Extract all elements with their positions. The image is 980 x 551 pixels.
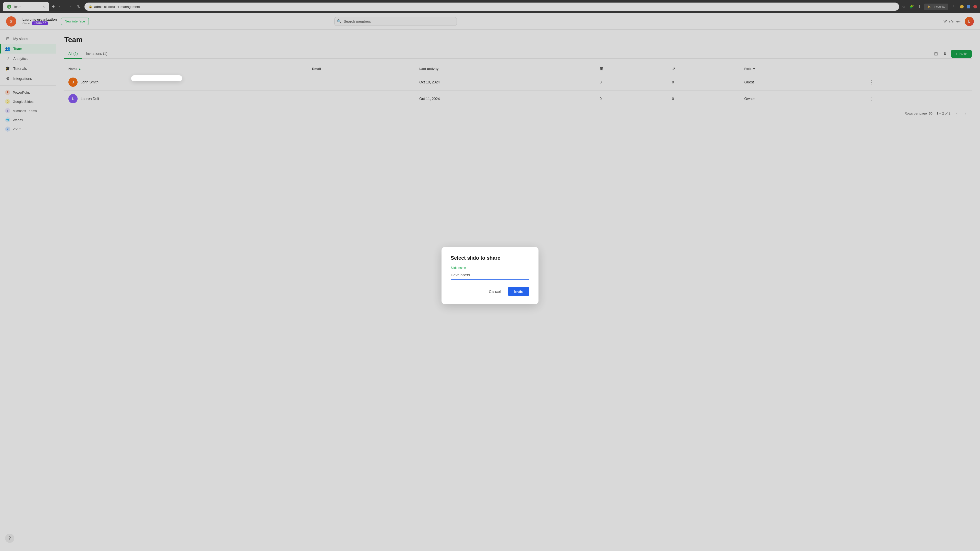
slido-name-input[interactable] <box>451 271 529 279</box>
cancel-button[interactable]: Cancel <box>485 287 505 296</box>
modal-overlay[interactable]: Select slido to share Slido name Cancel … <box>0 0 980 551</box>
modal-invite-button[interactable]: Invite <box>508 287 529 296</box>
modal-actions: Cancel Invite <box>451 287 529 296</box>
slido-name-label: Slido name <box>451 266 529 270</box>
share-pill <box>131 75 182 81</box>
modal-title: Select slido to share <box>451 255 529 261</box>
select-slido-modal: Select slido to share Slido name Cancel … <box>442 247 538 304</box>
